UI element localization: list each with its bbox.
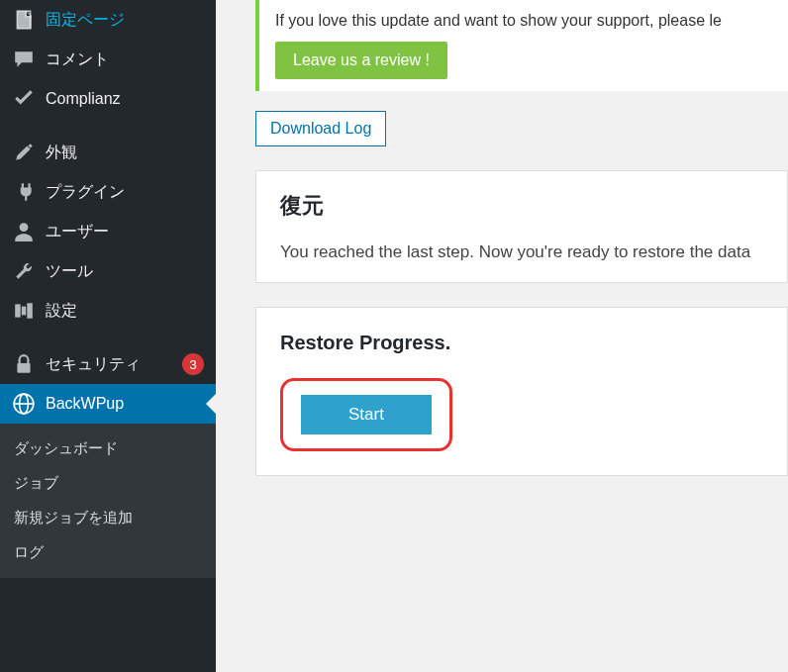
sidebar-item-settings[interactable]: 設定 <box>0 291 216 331</box>
leave-review-button[interactable]: Leave us a review ! <box>275 42 447 79</box>
sidebar-item-users[interactable]: ユーザー <box>0 212 216 251</box>
lock-icon <box>12 352 36 376</box>
restore-text: You reached the last step. Now you're re… <box>280 242 763 262</box>
submenu-dashboard[interactable]: ダッシュボード <box>0 432 216 466</box>
sidebar-item-appearance[interactable]: 外観 <box>0 133 216 172</box>
admin-sidebar: 固定ページ コメント Complianz 外観 プラグイン ユーザー <box>0 0 216 672</box>
sidebar-item-backwpup[interactable]: BackWPup <box>0 384 216 424</box>
sidebar-item-pages[interactable]: 固定ページ <box>0 0 216 40</box>
start-button[interactable]: Start <box>301 395 432 434</box>
progress-panel: Restore Progress. Start <box>255 307 788 476</box>
restore-title: 復元 <box>280 191 763 221</box>
sidebar-item-tools[interactable]: ツール <box>0 251 216 291</box>
sidebar-item-comments[interactable]: コメント <box>0 40 216 79</box>
globe-icon <box>12 392 36 416</box>
backwpup-submenu: ダッシュボード ジョブ 新規ジョブを追加 ログ <box>0 424 216 578</box>
svg-rect-3 <box>22 307 26 316</box>
sidebar-item-plugins[interactable]: プラグイン <box>0 172 216 212</box>
brush-icon <box>12 141 36 164</box>
sidebar-label: コメント <box>46 49 204 70</box>
notice-text: If you love this update and want to show… <box>275 12 772 30</box>
svg-rect-4 <box>27 303 33 318</box>
submenu-logs[interactable]: ログ <box>0 535 216 570</box>
main-content: If you love this update and want to show… <box>216 0 788 672</box>
start-button-highlight: Start <box>280 378 452 451</box>
sidebar-label: 設定 <box>46 301 204 322</box>
sidebar-label: BackWPup <box>46 395 204 413</box>
restore-panel: 復元 You reached the last step. Now you're… <box>255 170 788 283</box>
svg-rect-2 <box>15 304 21 317</box>
sidebar-label: プラグイン <box>46 182 204 203</box>
settings-icon <box>12 299 36 323</box>
wrench-icon <box>12 259 36 283</box>
check-icon <box>12 87 36 111</box>
sidebar-item-complianz[interactable]: Complianz <box>0 79 216 119</box>
sidebar-label: ユーザー <box>46 222 204 242</box>
submenu-add-job[interactable]: 新規ジョブを追加 <box>0 501 216 535</box>
notification-badge: 3 <box>182 353 204 375</box>
svg-point-1 <box>20 223 29 232</box>
svg-rect-5 <box>17 363 30 373</box>
progress-title: Restore Progress. <box>280 332 763 354</box>
plugin-icon <box>12 180 36 204</box>
sidebar-label: 固定ページ <box>46 10 204 31</box>
page-icon <box>12 8 36 32</box>
sidebar-label: 外観 <box>46 143 204 163</box>
review-notice: If you love this update and want to show… <box>255 0 788 91</box>
sidebar-label: セキュリティ <box>46 354 176 375</box>
sidebar-label: Complianz <box>46 90 204 108</box>
user-icon <box>12 220 36 243</box>
download-log-button[interactable]: Download Log <box>255 111 386 146</box>
comment-icon <box>12 48 36 71</box>
submenu-jobs[interactable]: ジョブ <box>0 466 216 501</box>
sidebar-label: ツール <box>46 261 204 282</box>
sidebar-item-security[interactable]: セキュリティ 3 <box>0 344 216 384</box>
